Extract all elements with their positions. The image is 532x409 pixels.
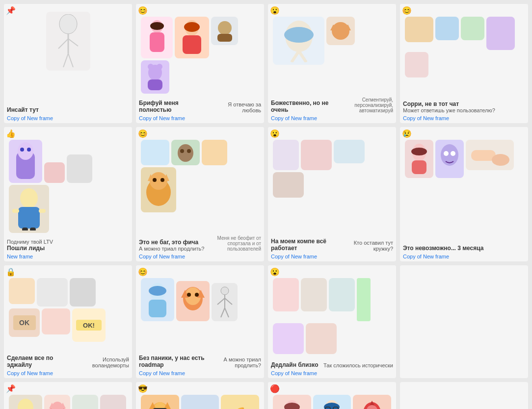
card-icon: 😢 <box>402 129 412 138</box>
card-icon: 😊 <box>138 129 148 138</box>
svg-line-3 <box>68 39 78 46</box>
svg-point-54 <box>149 286 166 296</box>
card-icon: 😎 <box>138 384 148 393</box>
svg-point-35 <box>178 144 193 162</box>
sticker-anime-girl <box>277 19 321 62</box>
svg-rect-13 <box>217 34 232 42</box>
card-12 <box>400 265 528 378</box>
sticker-groot <box>174 142 197 163</box>
sticker-bird-red <box>360 398 384 409</box>
card-icon: 🔒 <box>6 267 16 277</box>
card-6[interactable]: 😊 <box>136 127 264 261</box>
svg-point-37 <box>187 149 191 153</box>
svg-point-26 <box>18 142 33 160</box>
sticker-redhead <box>179 19 206 56</box>
card-3[interactable]: 😮 <box>268 4 396 123</box>
card-8[interactable]: 😢 <box>400 127 528 261</box>
svg-line-64 <box>225 298 232 305</box>
svg-point-11 <box>184 22 200 32</box>
card-title: На моем компе всё работает <box>271 238 342 252</box>
card-icon: 😊 <box>138 267 148 277</box>
card-subtitle: А можно триал продлить? <box>139 246 204 252</box>
svg-rect-33 <box>22 228 28 230</box>
card-footer-row: Сделаем все по эджайлу Используй воланде… <box>4 354 132 370</box>
card-title: Сорри, не в тот чат <box>403 101 495 107</box>
sticker-hand-leg <box>469 143 511 167</box>
card-7[interactable]: 😮 На моем компе всё работает Кто оставил… <box>268 127 396 261</box>
card-11[interactable]: 😮 Дедлайн близко Так сложилось историчес… <box>268 265 396 378</box>
svg-rect-53 <box>149 300 166 317</box>
card-13[interactable]: 📌 <box>4 382 132 409</box>
sticker-blue-creature <box>12 142 39 180</box>
sticker-fat-cat <box>144 170 173 209</box>
card-icon: 😊 <box>138 6 148 15</box>
sticker-purple <box>144 63 166 91</box>
card-subtitle: Я отвечаю за любовь <box>210 102 261 113</box>
card-subtitle: Сегментируй, персонализируй, автоматизир… <box>334 97 393 113</box>
svg-rect-30 <box>18 207 40 229</box>
card-footer-row: На моем компе всё работает Кто оставил т… <box>268 237 396 254</box>
card-subtitle: Кто оставил тут кружку? <box>342 240 393 252</box>
card-15[interactable]: 🔴 <box>268 382 396 409</box>
card-title: Это невозможно... 3 месяца <box>403 245 483 252</box>
card-16 <box>400 382 528 409</box>
svg-point-19 <box>284 27 314 43</box>
card-icon: 😊 <box>402 6 412 15</box>
card-icon: 😮 <box>270 129 280 138</box>
card-title: Без паники, у нас есть roadmap <box>139 355 211 368</box>
svg-point-22 <box>332 22 349 40</box>
card-10[interactable]: 😊 <box>136 265 264 378</box>
svg-line-66 <box>225 308 229 317</box>
svg-line-5 <box>68 53 73 67</box>
card-footer-row: Божественно, но не очень Сегментируй, пе… <box>268 96 396 115</box>
card-4[interactable]: 😊 Сорри, не в тот чат Может ответишь уже… <box>400 4 528 123</box>
card-footer-row: Это не баг, это фича А можно триал продл… <box>136 234 264 254</box>
sticker-pink-girl <box>145 19 169 56</box>
svg-point-42 <box>153 178 157 182</box>
svg-point-29 <box>20 188 38 208</box>
card-title: Брифуй меня полностью <box>139 100 210 113</box>
sticker-monster-sad <box>438 143 461 175</box>
svg-point-43 <box>160 178 164 182</box>
frame-label: Copy of New frame <box>400 115 528 123</box>
card-title: Сделаем все по эджайлу <box>7 355 72 368</box>
svg-point-60 <box>195 293 199 297</box>
sticker-fallout2 <box>12 398 39 409</box>
frame-label: Copy of New frame <box>136 115 264 123</box>
card-subtitle: Используй воландеморты <box>72 357 129 368</box>
card-title: Это не баг, это фича <box>139 239 204 246</box>
sticker-brown <box>214 19 235 43</box>
card-footer-row: Без паники, у нас есть roadmap А можно т… <box>136 354 264 370</box>
svg-line-2 <box>58 39 68 49</box>
sticker-nerd-girl <box>319 398 344 409</box>
card-2[interactable]: 😊 <box>136 4 264 123</box>
sticker-blue-girl <box>144 281 171 318</box>
card-1[interactable]: 📌 Инсайт тут Co <box>4 4 132 123</box>
svg-point-28 <box>27 148 31 152</box>
card-subtitle-ltv: Подниму твой LTV <box>7 239 53 245</box>
frame-label: New frame <box>4 254 132 261</box>
svg-point-67 <box>18 399 33 409</box>
svg-rect-7 <box>150 32 164 52</box>
card-icon: 📌 <box>6 6 16 15</box>
svg-line-63 <box>217 298 225 305</box>
svg-point-16 <box>148 64 154 70</box>
card-footer-row: Подниму твой LTV Пошли лиды <box>4 238 132 254</box>
frame-label: Copy of New frame <box>268 115 396 123</box>
sticker-girl-slack <box>280 398 304 409</box>
svg-rect-32 <box>39 209 46 213</box>
card-note: Меня не беофит от спортзала и от пользов… <box>217 235 261 252</box>
card-5[interactable]: 👍 <box>4 127 132 261</box>
svg-point-61 <box>221 287 229 295</box>
svg-rect-31 <box>12 209 19 213</box>
card-icon: 🔴 <box>270 384 280 393</box>
svg-rect-15 <box>148 79 162 90</box>
svg-point-59 <box>187 293 191 297</box>
frame-label: Copy of New frame <box>268 254 396 261</box>
card-title: Инсайт тут <box>7 106 39 113</box>
card-icon: 👍 <box>6 129 16 138</box>
card-9[interactable]: 🔒 OK OK! Сделаем все по эджайлу Использу… <box>4 265 132 378</box>
svg-rect-10 <box>183 35 201 54</box>
card-14[interactable]: 😎 DEALWITH IT 🍕 <box>136 382 264 409</box>
svg-line-20 <box>292 51 299 62</box>
